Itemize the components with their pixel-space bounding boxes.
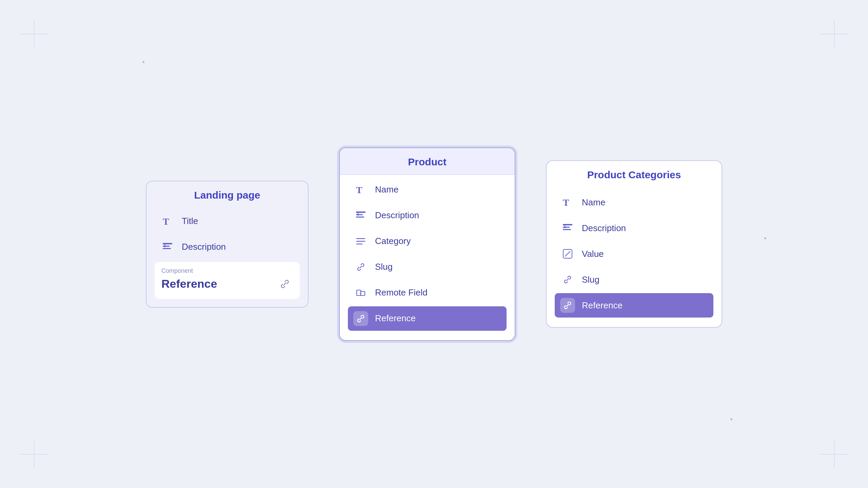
svg-text:T: T bbox=[163, 216, 169, 227]
list-icon bbox=[353, 234, 368, 249]
categories-reference-label: Reference bbox=[582, 300, 623, 311]
product-description-label: Description bbox=[375, 210, 419, 221]
product-categories-body: T Name Description bbox=[547, 187, 722, 327]
landing-description-field: Description bbox=[155, 235, 300, 259]
product-remote-field: Remote Field bbox=[348, 281, 507, 305]
link-icon-highlighted bbox=[560, 298, 575, 313]
svg-rect-8 bbox=[356, 217, 364, 218]
landing-reference-box: Component Reference bbox=[155, 262, 300, 299]
categories-value-label: Value bbox=[582, 249, 604, 259]
svg-rect-7 bbox=[356, 214, 363, 215]
categories-name-label: Name bbox=[582, 197, 605, 208]
svg-rect-14 bbox=[361, 291, 365, 296]
product-description-field: Description bbox=[348, 203, 507, 228]
link-icon-highlighted bbox=[353, 311, 368, 326]
landing-page-card: Landing page T Title bbox=[146, 181, 309, 308]
product-body: T Name Description bbox=[340, 175, 515, 340]
svg-marker-26 bbox=[424, 341, 430, 346]
landing-title-field: T Title bbox=[155, 209, 300, 233]
product-name-label: Name bbox=[375, 184, 398, 195]
product-name-field: T Name bbox=[348, 178, 507, 202]
landing-description-label: Description bbox=[182, 242, 226, 252]
canvas: Landing page T Title bbox=[0, 0, 868, 488]
reference-value: Reference bbox=[161, 277, 217, 290]
product-reference-field: Reference bbox=[348, 306, 507, 331]
categories-description-label: Description bbox=[582, 223, 626, 233]
slug-icon bbox=[353, 260, 368, 274]
svg-line-22 bbox=[565, 251, 570, 256]
product-card: Product T Name bbox=[339, 147, 515, 341]
categories-name-field: T Name bbox=[555, 190, 713, 215]
text-icon: T bbox=[160, 214, 175, 229]
remote-field-icon bbox=[353, 285, 368, 300]
categories-slug-label: Slug bbox=[582, 274, 599, 285]
svg-rect-4 bbox=[164, 244, 165, 247]
svg-rect-19 bbox=[563, 229, 571, 230]
svg-rect-20 bbox=[564, 225, 566, 228]
text-icon: T bbox=[560, 195, 575, 210]
slug-icon bbox=[560, 272, 575, 287]
product-remote-field-label: Remote Field bbox=[375, 287, 428, 298]
categories-slug-field: Slug bbox=[555, 267, 713, 292]
svg-rect-2 bbox=[163, 246, 170, 247]
svg-rect-9 bbox=[357, 212, 359, 216]
product-title: Product bbox=[340, 148, 515, 175]
product-category-field: Category bbox=[348, 229, 507, 253]
svg-rect-3 bbox=[163, 248, 171, 249]
svg-text:T: T bbox=[356, 185, 362, 195]
product-categories-card: Product Categories T Name bbox=[546, 160, 722, 328]
landing-page-title: Landing page bbox=[146, 181, 308, 206]
component-label: Component bbox=[161, 267, 293, 274]
product-reference-label: Reference bbox=[375, 313, 416, 324]
product-slug-field: Slug bbox=[348, 255, 507, 279]
rich-text-icon bbox=[160, 240, 175, 255]
product-slug-label: Slug bbox=[375, 262, 393, 272]
landing-title-label: Title bbox=[182, 216, 198, 226]
categories-reference-field: Reference bbox=[555, 293, 713, 318]
reference-row: Reference bbox=[161, 276, 293, 292]
diagram-wrapper: Landing page T Title bbox=[146, 147, 722, 341]
text-icon: T bbox=[353, 182, 368, 197]
reference-link-icon bbox=[277, 276, 293, 292]
rich-text-icon bbox=[353, 208, 368, 223]
landing-page-body: T Title Description bbox=[146, 206, 308, 307]
rich-text-icon bbox=[560, 221, 575, 236]
svg-rect-18 bbox=[563, 227, 570, 228]
product-categories-title: Product Categories bbox=[547, 161, 722, 187]
categories-value-field: Value bbox=[555, 242, 713, 266]
categories-description-field: Description bbox=[555, 216, 713, 240]
svg-rect-13 bbox=[357, 290, 361, 296]
svg-text:T: T bbox=[563, 197, 569, 208]
value-icon bbox=[560, 246, 575, 261]
svg-marker-24 bbox=[334, 316, 339, 322]
product-category-label: Category bbox=[375, 236, 411, 246]
